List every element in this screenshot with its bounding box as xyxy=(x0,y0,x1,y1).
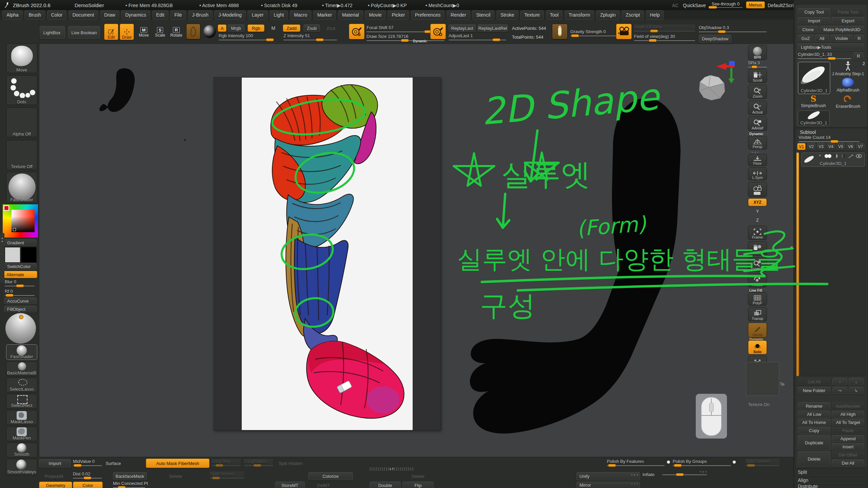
menu-transform[interactable]: Transform xyxy=(565,10,594,20)
lazyradius-slider[interactable]: LazyRadius xyxy=(244,459,273,466)
subtool-tab-v4[interactable]: V4 xyxy=(827,143,835,150)
sv-selector[interactable] xyxy=(13,228,16,231)
tray-lsym-button[interactable]: L.Sym xyxy=(748,167,767,180)
rf-slider[interactable]: Rf 0 xyxy=(5,289,35,296)
brush-quick-selectlasso[interactable]: SelectLasso xyxy=(6,378,37,392)
menu-layer[interactable]: Layer xyxy=(248,10,268,20)
camera-icon-button[interactable] xyxy=(616,24,632,39)
colorize-button[interactable]: Colorize xyxy=(308,472,353,480)
subtool-tab-v6[interactable]: V6 xyxy=(846,143,855,150)
light-placement-sphere[interactable] xyxy=(5,313,36,344)
rgb-intensity-slider[interactable]: Rgb Intensity 100 xyxy=(219,33,272,40)
duplicate-button[interactable]: Duplicate xyxy=(798,435,830,450)
tray-actual-button[interactable]: x1 Actual xyxy=(748,101,767,115)
align-group-header[interactable]: Align xyxy=(795,476,867,484)
flip-button[interactable]: Flip xyxy=(402,482,434,488)
list-all-button[interactable]: List All xyxy=(798,378,830,385)
delete-button[interactable]: Delete xyxy=(798,451,830,467)
tray-floor-button[interactable]: Floor xyxy=(748,154,767,166)
all-low-button[interactable]: All Low xyxy=(798,410,830,418)
texture-preview-thumbnail[interactable] xyxy=(746,362,779,396)
alpha-off-thumbnail[interactable]: Alpha Off xyxy=(6,107,37,137)
tray-frame-button[interactable]: Frame xyxy=(748,226,767,240)
midvalue-slider[interactable]: MidValue 0 xyxy=(73,459,102,466)
tray-zoom-button[interactable]: Zoom xyxy=(748,85,767,99)
tray-y-rotate-button[interactable]: Y xyxy=(748,207,767,216)
tray-ghost-button[interactable]: Ghost xyxy=(748,323,767,338)
delete-mid-button[interactable]: Delete xyxy=(403,472,433,480)
tray-aahalf-button[interactable]: AAHalf xyxy=(748,117,767,131)
autoreorder-button[interactable]: AutoReorder xyxy=(832,402,864,410)
scale-button[interactable]: S Scale xyxy=(153,24,167,40)
subtool-copy-button[interactable]: Copy xyxy=(798,427,830,434)
adjust-last-slider[interactable]: AdjustLast 1 xyxy=(449,33,506,40)
alternate-button[interactable]: Alternate xyxy=(3,271,37,278)
distribute-group-header[interactable]: Distribute xyxy=(795,484,867,488)
stroke-thumbnail-move[interactable]: Move xyxy=(6,43,37,73)
field-of-view-slider[interactable]: Field of view(deg) 30 xyxy=(634,34,695,41)
split-screen-left-slider[interactable]: Split Screen xyxy=(210,471,244,479)
bottom-divider-handle[interactable]: ▲▼ xyxy=(370,467,414,471)
tray-solo-button[interactable]: Solo xyxy=(748,340,767,354)
menu-texture[interactable]: Texture xyxy=(520,10,544,20)
brush-quick-masklasso[interactable]: MaskLasso xyxy=(6,410,37,425)
menu-jmodeling[interactable]: J-Modeling xyxy=(214,10,245,20)
move-to-folder-button[interactable]: ↪ xyxy=(832,387,847,394)
menu-stencil[interactable]: Stencil xyxy=(472,10,494,20)
document-artboard[interactable] xyxy=(214,77,441,430)
accucurve-button[interactable]: AccuCurve xyxy=(4,298,37,304)
subtool-scrollbar[interactable] xyxy=(796,152,799,376)
mirror-button[interactable]: Mirrorx y z xyxy=(576,482,640,488)
backfacemask-button[interactable]: BackfaceMask xyxy=(113,472,147,480)
color-button[interactable]: Color xyxy=(73,482,103,488)
material-thumbnail-fastshader[interactable]: FastShader xyxy=(6,172,37,203)
goz-all-button[interactable]: All xyxy=(815,35,829,42)
zadd-button[interactable]: Zadd xyxy=(283,24,300,32)
menu-document[interactable]: Document xyxy=(68,10,98,20)
append-button[interactable]: Append xyxy=(832,435,864,442)
live-boolean-button[interactable]: Live Boolean xyxy=(68,26,100,39)
menu-render[interactable]: Render xyxy=(447,10,470,20)
tray-polyf-button[interactable]: PolyF xyxy=(748,292,767,306)
subtool-tab-v2[interactable]: V2 xyxy=(807,143,815,150)
move-up-button[interactable]: ↑ xyxy=(832,378,847,385)
visible-count-slider[interactable]: Visible Count 14 xyxy=(798,135,860,142)
obj-shadow-slider[interactable]: ObjShadow 0.3 xyxy=(699,25,767,32)
menu-stroke[interactable]: Stroke xyxy=(496,10,518,20)
quickpick-simplebrush[interactable]: S SimpleBrush xyxy=(798,95,829,110)
rotate-button[interactable]: R Rotate xyxy=(169,24,184,40)
projectall-button[interactable]: ProjectAll xyxy=(40,472,68,480)
gradient-button[interactable]: Gradient xyxy=(4,239,37,246)
menus-toggle-button[interactable]: Menus xyxy=(746,1,765,8)
menu-edit[interactable]: Edit xyxy=(152,10,169,20)
draw-size-dynamic-label[interactable]: Dynamic xyxy=(413,39,427,43)
unify-axes-mini[interactable]: x y z xyxy=(631,473,638,476)
tray-transp-button[interactable]: Transp xyxy=(748,307,767,321)
goz-button[interactable]: GoZ xyxy=(798,35,813,42)
new-folder-button[interactable]: New Folder xyxy=(798,387,830,394)
current-alpha-thumbnail[interactable] xyxy=(186,24,200,39)
tray-rotate-button[interactable]: Rotate xyxy=(748,273,767,287)
menu-marker[interactable]: Marker xyxy=(313,10,336,20)
menu-light[interactable]: Light xyxy=(270,10,288,20)
zsub-button[interactable]: Zsub xyxy=(303,24,320,32)
shelf-divider-handle[interactable]: ▲▼ xyxy=(0,233,4,282)
tray-camera-lock-button[interactable] xyxy=(748,182,767,197)
spix-slider[interactable]: SPix 3 xyxy=(748,61,767,67)
tray-persp-button[interactable]: Persp xyxy=(748,136,767,149)
menu-brush[interactable]: Brush xyxy=(24,10,45,20)
menu-draw[interactable]: Draw xyxy=(100,10,119,20)
all-to-home-button[interactable]: All To Home xyxy=(798,419,830,426)
rename-button[interactable]: Rename xyxy=(798,402,830,410)
current-material-thumbnail[interactable] xyxy=(202,24,217,39)
lazystep-slider[interactable]: LazyStep xyxy=(212,459,241,466)
light-dot-icon[interactable] xyxy=(19,315,23,319)
subtool-tab-v5[interactable]: V5 xyxy=(836,143,845,150)
current-tool-thumbnail[interactable]: Cylinder3D_1 xyxy=(798,62,830,94)
tray-zoom3d-button[interactable]: Zoom3D xyxy=(748,257,767,271)
menu-tool[interactable]: Tool xyxy=(546,10,563,20)
gravity-icon-button[interactable] xyxy=(552,24,568,39)
rgb-button[interactable]: Rgb xyxy=(248,24,264,32)
storemt-button[interactable]: StoreMT xyxy=(275,482,305,488)
m-button[interactable]: M xyxy=(268,24,279,32)
